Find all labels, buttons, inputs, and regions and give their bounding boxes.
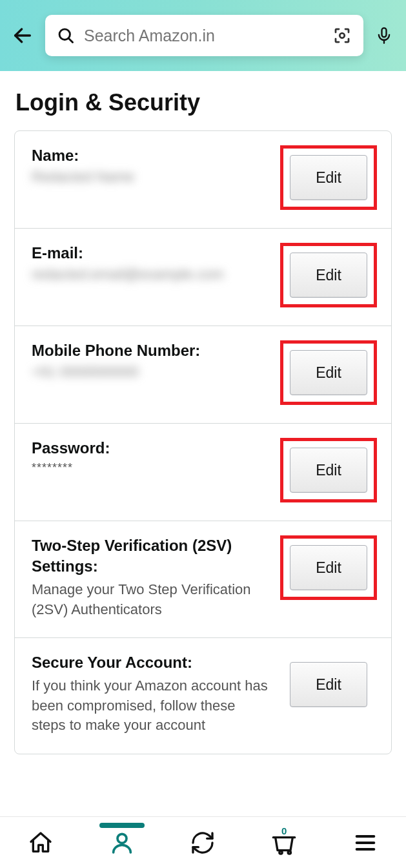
edit-email-button[interactable]: Edit [290,253,367,298]
search-bar[interactable] [45,15,363,56]
nav-account[interactable] [107,828,137,858]
edit-secure-button[interactable]: Edit [290,662,367,707]
edit-twosv-button[interactable]: Edit [290,545,367,590]
password-row: Password: ******** Edit [15,423,391,521]
login-security-settings: Name: Redacted Name Edit E-mail: redacte… [14,130,392,754]
svg-point-6 [117,834,127,843]
edit-highlight: Edit [280,340,377,405]
edit-container: Edit [280,652,377,717]
mobile-value: +91 0000000000 [32,364,270,380]
mobile-row: Mobile Phone Number: +91 0000000000 Edit [15,326,391,423]
svg-point-8 [288,851,290,853]
svg-point-7 [279,851,282,853]
email-label: E-mail: [32,243,270,264]
name-value: Redacted Name [32,169,270,185]
mobile-label: Mobile Phone Number: [32,340,270,361]
email-row: E-mail: redacted.email@example.com Edit [15,228,391,326]
svg-rect-4 [382,28,387,37]
edit-highlight: Edit [280,438,377,502]
nav-menu[interactable] [350,828,380,858]
email-value: redacted.email@example.com [32,266,270,283]
twosv-label: Two-Step Verification (2SV) Settings: [32,535,270,577]
edit-name-button[interactable]: Edit [290,155,367,200]
edit-mobile-button[interactable]: Edit [290,350,367,395]
edit-highlight: Edit [280,145,377,210]
bottom-nav: 0 [0,816,406,868]
camera-lens-icon[interactable] [332,26,352,45]
secure-desc: If you think your Amazon account has bee… [32,676,270,736]
twosv-row: Two-Step Verification (2SV) Settings: Ma… [15,521,391,637]
back-button[interactable] [12,25,34,46]
app-header [0,0,406,71]
edit-password-button[interactable]: Edit [290,448,367,493]
nav-cart[interactable]: 0 [269,828,299,858]
nav-refresh[interactable] [188,828,218,858]
active-tab-indicator [99,823,145,828]
svg-point-3 [340,33,345,38]
search-icon [57,26,75,45]
edit-highlight: Edit [280,243,377,307]
name-label: Name: [32,145,270,166]
password-label: Password: [32,438,270,459]
microphone-icon[interactable] [375,23,394,48]
name-row: Name: Redacted Name Edit [15,131,391,228]
search-input[interactable] [84,26,332,45]
cart-count-badge: 0 [281,825,287,836]
edit-highlight: Edit [280,535,377,600]
page-title: Login & Security [0,71,406,130]
nav-home[interactable] [26,828,56,858]
secure-label: Secure Your Account: [32,652,270,673]
svg-line-2 [69,39,73,43]
password-value: ******** [32,461,270,475]
twosv-desc: Manage your Two Step Verification (2SV) … [32,580,270,620]
secure-account-row: Secure Your Account: If you think your A… [15,637,391,754]
